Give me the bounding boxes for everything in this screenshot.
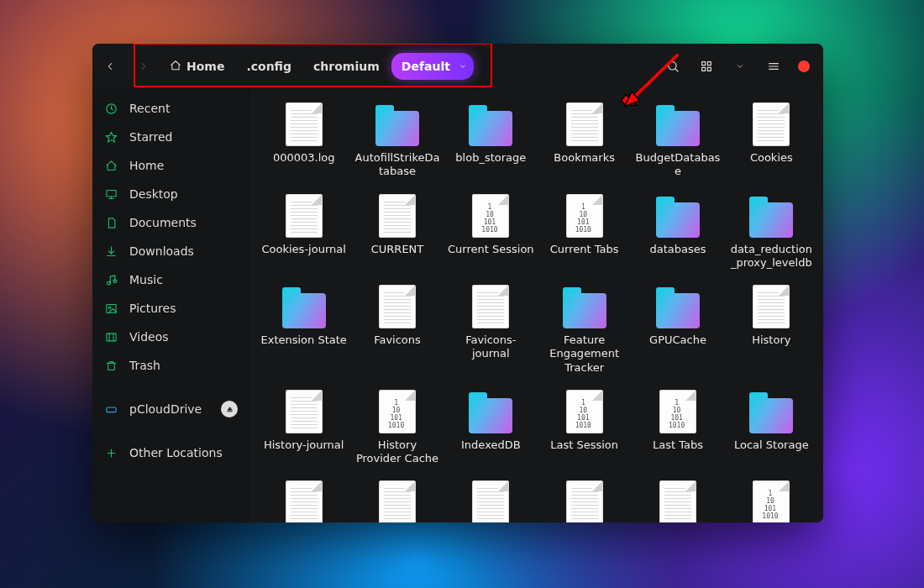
sidebar-item-label: Recent (129, 102, 170, 115)
file-item[interactable]: IndexedDB (446, 385, 536, 471)
folder-icon (560, 285, 609, 328)
svg-rect-5 (707, 67, 711, 71)
file-label: Extension State (260, 333, 346, 347)
view-options-button[interactable] (726, 52, 754, 81)
sidebar-item-label: Pictures (129, 302, 176, 315)
folder-icon (373, 102, 422, 146)
sidebar-item-desktop[interactable]: Desktop (92, 180, 248, 208)
svg-rect-19 (106, 333, 115, 341)
file-item[interactable]: Extension State (259, 280, 349, 380)
file-label: Cookies-journal (262, 243, 346, 256)
file-label: Bookmarks (554, 151, 615, 165)
file-item[interactable]: Local Storage (727, 385, 816, 471)
text-file-icon (373, 285, 422, 328)
file-item[interactable]: 1 10 101 1010Last Tabs (633, 385, 722, 471)
sidebar-item-other-locations[interactable]: Other Locations (92, 438, 248, 467)
svg-rect-11 (106, 190, 115, 197)
downloads-icon (104, 245, 118, 258)
text-file-icon (280, 390, 328, 433)
file-item[interactable] (539, 475, 629, 522)
file-label: History-journal (264, 438, 344, 452)
file-item[interactable]: Cookies (727, 97, 816, 184)
nav-back-button[interactable] (96, 52, 124, 81)
file-label: Feature Engagement Tracker (541, 333, 627, 375)
file-item[interactable]: 1 10 101 1010Last Session (539, 385, 629, 471)
sidebar-item-label: Videos (129, 330, 169, 344)
search-button[interactable] (659, 52, 687, 81)
file-item[interactable]: blob_storage (446, 97, 536, 184)
star-icon (104, 131, 118, 144)
file-item[interactable]: Favicons (352, 280, 442, 380)
file-item[interactable]: 1 10 101 1010 (727, 475, 816, 522)
file-label: Current Tabs (550, 243, 619, 256)
file-item[interactable] (259, 475, 349, 522)
chevron-down-icon (459, 60, 467, 73)
svg-rect-22 (106, 407, 115, 412)
binary-file-icon: 1 10 101 1010 (373, 390, 422, 433)
hamburger-menu-button[interactable] (759, 52, 788, 81)
folder-icon (466, 390, 515, 433)
sidebar-item-starred[interactable]: Starred (92, 123, 248, 151)
text-file-icon (466, 480, 515, 522)
file-item[interactable]: Feature Engagement Tracker (539, 280, 629, 380)
file-item[interactable]: data_reduction_proxy_leveldb (727, 189, 816, 276)
binary-file-icon: 1 10 101 1010 (560, 194, 609, 238)
sidebar-item-pclouddrive[interactable]: pCloudDrive (92, 393, 248, 425)
file-item[interactable]: GPUCache (633, 280, 722, 380)
clock-icon (104, 102, 118, 115)
folder-icon (747, 194, 795, 238)
file-label: Cookies (750, 151, 793, 165)
sidebar-item-home[interactable]: Home (92, 151, 248, 180)
file-item[interactable]: AutofillStrikeDatabase (352, 97, 442, 184)
file-grid: 000003.logAutofillStrikeDatabaseblob_sto… (259, 97, 816, 522)
breadcrumb-home[interactable]: Home (165, 53, 234, 81)
file-label: BudgetDatabase (634, 151, 721, 179)
sidebar-item-pictures[interactable]: Pictures (92, 294, 248, 323)
file-label: Local Storage (734, 438, 809, 452)
file-item[interactable]: 1 10 101 1010Current Session (446, 189, 536, 276)
close-button[interactable] (798, 60, 810, 72)
file-label: blob_storage (455, 151, 526, 165)
file-item[interactable] (352, 475, 442, 522)
file-item[interactable]: Bookmarks (539, 97, 629, 184)
breadcrumb-default[interactable]: Default (391, 53, 474, 80)
file-item[interactable]: History-journal (259, 385, 349, 471)
file-label: 000003.log (273, 151, 335, 165)
file-pane[interactable]: 000003.logAutofillStrikeDatabaseblob_sto… (249, 89, 823, 522)
file-label: GPUCache (649, 333, 706, 347)
sidebar-item-label: Downloads (129, 244, 194, 258)
sidebar-item-music[interactable]: Music (92, 265, 248, 294)
breadcrumb-label: chromium (313, 60, 380, 73)
file-label: History (752, 333, 790, 347)
file-item[interactable] (633, 475, 722, 522)
file-item[interactable]: 1 10 101 1010History Provider Cache (352, 385, 442, 471)
file-item[interactable] (446, 475, 536, 522)
sidebar-item-downloads[interactable]: Downloads (92, 237, 248, 265)
sidebar-item-documents[interactable]: Documents (92, 208, 248, 237)
file-item[interactable]: Cookies-journal (259, 189, 349, 276)
nav-forward-button[interactable] (129, 52, 158, 81)
file-label: CURRENT (371, 243, 424, 256)
file-item[interactable]: 000003.log (259, 97, 349, 184)
plus-icon (104, 447, 118, 459)
breadcrumb-chromium[interactable]: chromium (303, 53, 390, 80)
sidebar-item-recent[interactable]: Recent (92, 94, 248, 123)
home-icon (104, 160, 118, 172)
file-item[interactable]: CURRENT (352, 189, 442, 276)
file-label: History Provider Cache (354, 438, 440, 466)
text-file-icon (373, 194, 422, 238)
file-item[interactable]: History (727, 280, 816, 380)
view-mode-button[interactable] (692, 52, 721, 81)
breadcrumb-config[interactable]: .config (236, 53, 302, 80)
sidebar-item-videos[interactable]: Videos (92, 323, 248, 351)
documents-icon (104, 217, 118, 229)
file-label: Current Session (448, 243, 534, 256)
binary-file-icon: 1 10 101 1010 (654, 390, 702, 433)
file-item[interactable]: Favicons-journal (446, 280, 536, 380)
text-file-icon (466, 285, 515, 328)
sidebar-item-trash[interactable]: Trash (92, 351, 248, 380)
file-item[interactable]: 1 10 101 1010Current Tabs (539, 189, 629, 276)
eject-button[interactable] (221, 401, 238, 417)
file-item[interactable]: databases (633, 189, 722, 276)
file-item[interactable]: BudgetDatabase (633, 97, 722, 184)
